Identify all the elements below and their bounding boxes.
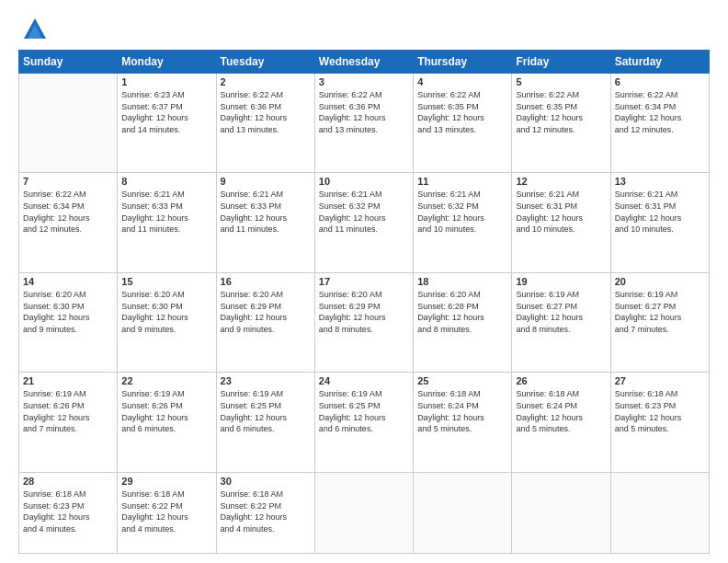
day-info: Sunrise: 6:18 AM Sunset: 6:24 PM Dayligh…: [516, 388, 606, 434]
week-row-4: 21Sunrise: 6:19 AM Sunset: 6:26 PM Dayli…: [19, 373, 710, 472]
week-row-1: 1Sunrise: 6:23 AM Sunset: 6:37 PM Daylig…: [19, 74, 710, 173]
calendar-cell: 12Sunrise: 6:21 AM Sunset: 6:31 PM Dayli…: [512, 173, 610, 272]
day-info: Sunrise: 6:21 AM Sunset: 6:31 PM Dayligh…: [615, 189, 705, 235]
day-info: Sunrise: 6:23 AM Sunset: 6:37 PM Dayligh…: [121, 89, 211, 135]
calendar-cell: 2Sunrise: 6:22 AM Sunset: 6:36 PM Daylig…: [216, 74, 314, 173]
day-number: 6: [615, 76, 705, 87]
calendar-cell: 22Sunrise: 6:19 AM Sunset: 6:26 PM Dayli…: [118, 373, 216, 472]
calendar-cell: 11Sunrise: 6:21 AM Sunset: 6:32 PM Dayli…: [414, 173, 512, 272]
calendar-cell: 5Sunrise: 6:22 AM Sunset: 6:35 PM Daylig…: [512, 74, 610, 173]
day-number: 29: [121, 476, 211, 487]
calendar-cell: 6Sunrise: 6:22 AM Sunset: 6:34 PM Daylig…: [610, 74, 709, 173]
day-info: Sunrise: 6:18 AM Sunset: 6:22 PM Dayligh…: [221, 488, 311, 534]
day-info: Sunrise: 6:21 AM Sunset: 6:32 PM Dayligh…: [417, 189, 507, 235]
day-number: 13: [615, 176, 705, 187]
day-number: 1: [121, 76, 211, 87]
day-number: 3: [319, 76, 409, 87]
calendar-cell: 16Sunrise: 6:20 AM Sunset: 6:29 PM Dayli…: [216, 272, 314, 372]
day-info: Sunrise: 6:19 AM Sunset: 6:25 PM Dayligh…: [319, 388, 409, 434]
day-number: 25: [417, 375, 507, 386]
day-info: Sunrise: 6:22 AM Sunset: 6:34 PM Dayligh…: [615, 89, 705, 135]
day-number: 10: [319, 176, 409, 187]
day-info: Sunrise: 6:20 AM Sunset: 6:30 PM Dayligh…: [121, 289, 211, 335]
calendar-cell: 8Sunrise: 6:21 AM Sunset: 6:33 PM Daylig…: [118, 173, 216, 272]
day-info: Sunrise: 6:21 AM Sunset: 6:33 PM Dayligh…: [221, 189, 311, 235]
day-info: Sunrise: 6:19 AM Sunset: 6:27 PM Dayligh…: [516, 289, 606, 335]
day-number: 16: [221, 276, 311, 287]
day-info: Sunrise: 6:19 AM Sunset: 6:26 PM Dayligh…: [23, 388, 113, 434]
day-info: Sunrise: 6:22 AM Sunset: 6:36 PM Dayligh…: [319, 89, 409, 135]
weekday-header-wednesday: Wednesday: [314, 51, 413, 74]
day-number: 12: [516, 176, 606, 187]
calendar-cell: 15Sunrise: 6:20 AM Sunset: 6:30 PM Dayli…: [118, 272, 216, 372]
calendar-cell: [610, 472, 709, 553]
day-info: Sunrise: 6:19 AM Sunset: 6:25 PM Dayligh…: [221, 388, 311, 434]
calendar-cell: 27Sunrise: 6:18 AM Sunset: 6:23 PM Dayli…: [610, 373, 709, 472]
calendar-cell: 13Sunrise: 6:21 AM Sunset: 6:31 PM Dayli…: [610, 173, 709, 272]
calendar-cell: 7Sunrise: 6:22 AM Sunset: 6:34 PM Daylig…: [19, 173, 118, 272]
day-info: Sunrise: 6:20 AM Sunset: 6:30 PM Dayligh…: [23, 289, 113, 335]
calendar-cell: 19Sunrise: 6:19 AM Sunset: 6:27 PM Dayli…: [512, 272, 610, 372]
day-info: Sunrise: 6:18 AM Sunset: 6:23 PM Dayligh…: [23, 488, 113, 534]
day-number: 2: [221, 76, 311, 87]
day-number: 20: [615, 276, 705, 287]
calendar-cell: [512, 472, 610, 553]
day-info: Sunrise: 6:20 AM Sunset: 6:29 PM Dayligh…: [221, 289, 311, 335]
calendar-cell: 4Sunrise: 6:22 AM Sunset: 6:35 PM Daylig…: [414, 74, 512, 173]
day-number: 5: [516, 76, 606, 87]
calendar-cell: 23Sunrise: 6:19 AM Sunset: 6:25 PM Dayli…: [216, 373, 314, 472]
day-info: Sunrise: 6:18 AM Sunset: 6:22 PM Dayligh…: [121, 488, 211, 534]
day-number: 4: [417, 76, 507, 87]
weekday-header-saturday: Saturday: [610, 51, 709, 74]
day-number: 8: [121, 176, 211, 187]
day-number: 30: [221, 476, 311, 487]
weekday-header-friday: Friday: [512, 51, 610, 74]
day-number: 11: [417, 176, 507, 187]
day-number: 27: [615, 375, 705, 386]
day-number: 14: [23, 276, 113, 287]
day-info: Sunrise: 6:19 AM Sunset: 6:27 PM Dayligh…: [615, 289, 705, 335]
day-number: 21: [23, 375, 113, 386]
logo-icon: [22, 17, 48, 42]
calendar-cell: 3Sunrise: 6:22 AM Sunset: 6:36 PM Daylig…: [314, 74, 413, 173]
calendar-cell: 10Sunrise: 6:21 AM Sunset: 6:32 PM Dayli…: [314, 173, 413, 272]
calendar-cell: 24Sunrise: 6:19 AM Sunset: 6:25 PM Dayli…: [314, 373, 413, 472]
day-info: Sunrise: 6:22 AM Sunset: 6:35 PM Dayligh…: [516, 89, 606, 135]
calendar-cell: 9Sunrise: 6:21 AM Sunset: 6:33 PM Daylig…: [216, 173, 314, 272]
week-row-3: 14Sunrise: 6:20 AM Sunset: 6:30 PM Dayli…: [19, 272, 710, 372]
day-number: 19: [516, 276, 606, 287]
weekday-header-row: SundayMondayTuesdayWednesdayThursdayFrid…: [19, 51, 710, 74]
day-number: 18: [417, 276, 507, 287]
day-number: 28: [23, 476, 113, 487]
calendar-cell: 26Sunrise: 6:18 AM Sunset: 6:24 PM Dayli…: [512, 373, 610, 472]
day-info: Sunrise: 6:18 AM Sunset: 6:24 PM Dayligh…: [417, 388, 507, 434]
day-number: 23: [221, 375, 311, 386]
week-row-5: 28Sunrise: 6:18 AM Sunset: 6:23 PM Dayli…: [19, 472, 710, 553]
page: SundayMondayTuesdayWednesdayThursdayFrid…: [0, 0, 728, 563]
day-number: 9: [221, 176, 311, 187]
day-number: 17: [319, 276, 409, 287]
logo: [18, 17, 48, 42]
calendar-cell: 29Sunrise: 6:18 AM Sunset: 6:22 PM Dayli…: [118, 472, 216, 553]
day-info: Sunrise: 6:22 AM Sunset: 6:34 PM Dayligh…: [23, 189, 113, 235]
calendar-table: SundayMondayTuesdayWednesdayThursdayFrid…: [18, 50, 710, 554]
day-info: Sunrise: 6:21 AM Sunset: 6:31 PM Dayligh…: [516, 189, 606, 235]
day-number: 26: [516, 375, 606, 386]
calendar-cell: 28Sunrise: 6:18 AM Sunset: 6:23 PM Dayli…: [19, 472, 118, 553]
weekday-header-tuesday: Tuesday: [216, 51, 314, 74]
calendar-cell: [19, 74, 118, 173]
weekday-header-sunday: Sunday: [19, 51, 118, 74]
day-info: Sunrise: 6:20 AM Sunset: 6:28 PM Dayligh…: [417, 289, 507, 335]
header: [18, 17, 710, 42]
calendar-cell: 14Sunrise: 6:20 AM Sunset: 6:30 PM Dayli…: [19, 272, 118, 372]
day-number: 24: [319, 375, 409, 386]
calendar-cell: [314, 472, 413, 553]
day-info: Sunrise: 6:21 AM Sunset: 6:32 PM Dayligh…: [319, 189, 409, 235]
calendar-cell: 18Sunrise: 6:20 AM Sunset: 6:28 PM Dayli…: [414, 272, 512, 372]
calendar-cell: 30Sunrise: 6:18 AM Sunset: 6:22 PM Dayli…: [216, 472, 314, 553]
weekday-header-thursday: Thursday: [414, 51, 512, 74]
day-info: Sunrise: 6:21 AM Sunset: 6:33 PM Dayligh…: [121, 189, 211, 235]
calendar-cell: 25Sunrise: 6:18 AM Sunset: 6:24 PM Dayli…: [414, 373, 512, 472]
calendar-cell: 21Sunrise: 6:19 AM Sunset: 6:26 PM Dayli…: [19, 373, 118, 472]
weekday-header-monday: Monday: [118, 51, 216, 74]
